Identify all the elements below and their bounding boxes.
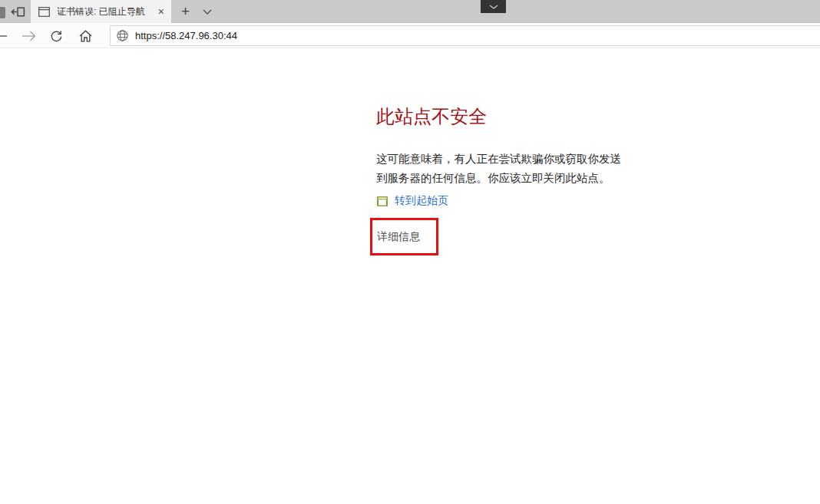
- tab-close-button[interactable]: ×: [151, 0, 171, 23]
- page-title: 此站点不安全: [376, 106, 487, 127]
- details-button[interactable]: 详细信息: [377, 230, 420, 244]
- forward-button[interactable]: [20, 28, 37, 44]
- refresh-icon: [50, 30, 63, 43]
- tab-preview-icon[interactable]: [0, 7, 5, 18]
- go-to-start-link[interactable]: 转到起始页: [395, 194, 448, 208]
- chevron-down-icon: [489, 5, 498, 9]
- url-text[interactable]: https://58.247.96.30:44: [135, 30, 237, 41]
- connection-bar-pin[interactable]: [481, 0, 506, 13]
- error-description: 这可能意味着，有人正在尝试欺骗你或窃取你发送 到服务器的任何信息。你应该立即关闭…: [376, 150, 630, 188]
- forward-arrow-icon: [21, 31, 36, 41]
- go-to-start-row: 转到起始页: [377, 194, 448, 208]
- error-description-line1: 这可能意味着，有人正在尝试欺骗你或窃取你发送: [376, 150, 630, 169]
- home-button[interactable]: [77, 28, 94, 44]
- home-icon: [79, 30, 92, 42]
- set-tabs-aside-icon: [11, 6, 25, 18]
- tab-title: 证书错误: 已阻止导航: [57, 5, 151, 18]
- address-bar[interactable]: https://58.247.96.30:44: [110, 25, 820, 46]
- globe-icon: [117, 30, 128, 41]
- back-button[interactable]: [0, 28, 8, 44]
- chevron-down-icon: [203, 9, 212, 15]
- tabs-dropdown-button[interactable]: [197, 0, 217, 23]
- error-description-line2: 到服务器的任何信息。你应该立即关闭此站点。: [376, 169, 630, 188]
- page-icon: [38, 7, 50, 17]
- navigation-toolbar: https://58.247.96.30:44: [0, 23, 820, 48]
- tab-cert-error[interactable]: 证书错误: 已阻止导航 ×: [31, 0, 171, 23]
- new-tab-button[interactable]: +: [175, 0, 196, 23]
- back-arrow-icon: [0, 31, 8, 41]
- browser-window: 证书错误: 已阻止导航 × +: [0, 0, 820, 504]
- start-page-icon: [377, 196, 388, 206]
- refresh-button[interactable]: [48, 28, 64, 44]
- tab-bar: 证书错误: 已阻止导航 × +: [0, 0, 820, 23]
- set-tabs-aside-button[interactable]: [8, 5, 28, 19]
